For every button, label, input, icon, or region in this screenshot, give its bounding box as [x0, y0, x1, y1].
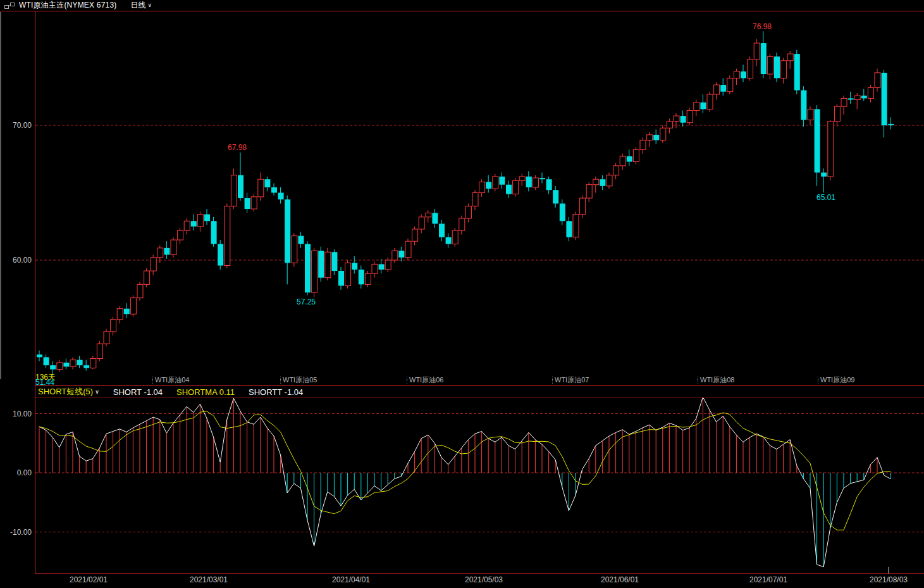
candle-down	[761, 43, 767, 74]
contract-label-text: WTI原油09	[820, 375, 854, 385]
price-axis-label: 60.00	[0, 256, 32, 265]
candle-up	[519, 177, 525, 180]
dotted-tick-icon	[552, 377, 553, 384]
candle-up	[90, 358, 96, 368]
candle-up	[137, 284, 143, 297]
candle-down	[305, 244, 311, 292]
candle-up	[144, 271, 150, 284]
candle-up	[231, 175, 237, 206]
candle-up	[292, 236, 297, 263]
indicator-axis-label: 10.00	[0, 410, 32, 418]
candle-up	[748, 59, 753, 78]
candle-up	[674, 116, 679, 122]
candle-up	[97, 344, 102, 358]
contract-label-text: WTI原油05	[283, 375, 317, 385]
candle-up	[197, 215, 203, 227]
dotted-tick-icon	[698, 377, 698, 384]
candle-down	[560, 204, 565, 222]
candle-down	[278, 193, 284, 200]
candle-up	[111, 320, 116, 332]
indicator-name: SHORT短线(5)	[38, 386, 93, 397]
candle-down	[211, 221, 217, 244]
candle-up	[178, 230, 183, 240]
candle-up	[104, 332, 109, 344]
contract-label-text: WTI原油06	[409, 375, 443, 385]
candle-up	[660, 128, 666, 140]
candle-up	[392, 251, 398, 260]
candle-down	[63, 363, 69, 366]
candle-down	[566, 221, 572, 237]
indicator-readout: SHORT -1.04	[113, 387, 163, 397]
candle-down	[44, 357, 49, 365]
candle-down	[888, 124, 894, 125]
candle-down	[285, 199, 290, 263]
candle-up	[426, 213, 431, 216]
candle-down	[815, 109, 820, 172]
candle-down	[446, 237, 452, 244]
candle-up	[345, 263, 351, 285]
shortma-line	[39, 411, 890, 530]
price-annotation: 76.98	[753, 22, 772, 31]
price-annotation: 51.44	[35, 378, 54, 387]
dotted-tick-icon	[818, 377, 818, 384]
candle-down	[526, 177, 532, 187]
candle-down	[848, 98, 854, 99]
candle-down	[331, 252, 337, 271]
candle-down	[238, 175, 243, 198]
candle-up	[707, 94, 713, 109]
candle-up	[875, 73, 880, 87]
indicator-selector[interactable]: SHORT短线(5) ∨	[38, 386, 99, 397]
candle-up	[787, 54, 793, 61]
candle-up	[727, 78, 733, 91]
candle-down	[204, 215, 210, 222]
candle-up	[412, 229, 418, 241]
candle-down	[298, 236, 304, 244]
candle-down	[486, 182, 491, 189]
candle-up	[171, 240, 176, 254]
candle-down	[546, 179, 552, 190]
candle-up	[472, 193, 478, 206]
candle-up	[580, 198, 586, 215]
date-axis-label: 2021/04/01	[332, 575, 370, 584]
candle-up	[419, 217, 424, 229]
candle-down	[352, 263, 357, 270]
contract-label: WTI原油06	[407, 375, 443, 385]
candle-up	[714, 85, 720, 94]
contract-label-text: WTI原油08	[700, 375, 734, 385]
candle-down	[191, 221, 197, 227]
candle-down	[553, 190, 558, 203]
indicator-axis-label: 0.00	[0, 468, 32, 477]
candle-up	[734, 72, 739, 78]
candle-down	[338, 271, 344, 285]
candle-up	[828, 122, 834, 177]
candle-up	[808, 109, 813, 120]
candle-up	[151, 258, 156, 271]
date-axis-label: 2021/06/01	[601, 575, 639, 584]
indicator-header: SHORT短线(5) ∨ SHORT -1.04SHORTMA 0.11SHOR…	[38, 386, 303, 397]
candle-down	[653, 135, 659, 141]
candle-down	[539, 178, 545, 179]
chart-canvas[interactable]	[0, 0, 924, 588]
candle-up	[687, 111, 693, 123]
candle-down	[861, 96, 867, 98]
candle-up	[513, 180, 519, 194]
candle-up	[325, 252, 331, 277]
candle-down	[124, 309, 130, 315]
candle-down	[164, 248, 169, 255]
candle-up	[372, 264, 378, 273]
candle-down	[882, 73, 887, 125]
candle-up	[184, 221, 190, 230]
candle-up	[57, 363, 63, 370]
candle-down	[398, 251, 404, 258]
candle-up	[479, 182, 485, 192]
candle-up	[647, 135, 653, 141]
indicator-readout: SHORTT -1.04	[249, 387, 303, 397]
contract-label: WTI原油05	[280, 375, 317, 385]
candle-up	[459, 218, 465, 230]
contract-label-text: WTI原油04	[155, 375, 189, 385]
candle-down	[627, 156, 632, 162]
chevron-down-icon: ∨	[95, 389, 99, 395]
candle-up	[667, 122, 672, 128]
candle-up	[834, 106, 840, 121]
candle-down	[439, 223, 445, 237]
